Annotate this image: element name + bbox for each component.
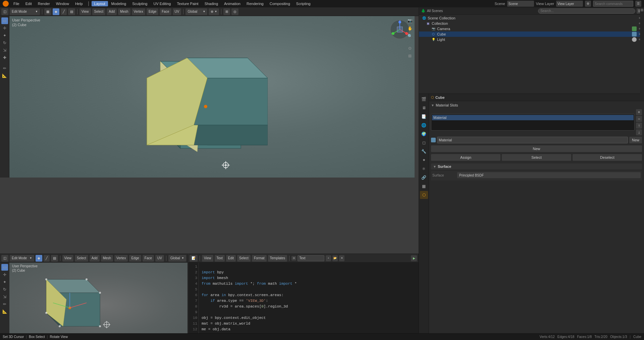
- status-box-select[interactable]: Box Select: [29, 335, 45, 339]
- zoom-tool[interactable]: 🔍: [407, 33, 413, 40]
- text-editor-content[interactable]: 1 2 3 4 5 6 7 8 9 10 11 12 13 14 15 16 i…: [188, 263, 418, 333]
- bottom-edge-btn[interactable]: Edge: [129, 255, 141, 262]
- snap-btn[interactable]: ⊞: [223, 8, 230, 15]
- text-new-btn[interactable]: +: [326, 255, 331, 261]
- text-editor-type-btn[interactable]: 📝: [190, 255, 198, 262]
- material-slot-list[interactable]: Material: [431, 114, 635, 131]
- text-edit-btn[interactable]: Edit: [226, 255, 236, 262]
- text-text-btn[interactable]: Text: [215, 255, 225, 262]
- mesh-btn[interactable]: ▦: [44, 8, 51, 15]
- select-tool[interactable]: ▭: [1, 17, 8, 24]
- prop-tab-scene[interactable]: 🌐: [420, 121, 428, 129]
- view-layer-dropdown[interactable]: View Layer: [556, 1, 583, 7]
- text-open-btn[interactable]: 📂: [332, 255, 338, 261]
- tab-uv-editing[interactable]: UV Editing: [151, 1, 173, 6]
- move-slot-down-btn[interactable]: ↓: [636, 129, 642, 135]
- bottom-edge-mode[interactable]: ╱: [44, 255, 50, 262]
- outliner-cube[interactable]: ⬡ Cube 👁: [419, 31, 644, 37]
- tab-rendering[interactable]: Rendering: [244, 1, 266, 6]
- new-material-btn[interactable]: New: [431, 145, 642, 152]
- prop-tab-data[interactable]: ▦: [420, 182, 428, 190]
- bottom-transform-dropdown[interactable]: Global ▼: [168, 255, 186, 262]
- prop-tab-view-layer[interactable]: 📑: [420, 113, 428, 121]
- outliner-search-input[interactable]: [538, 8, 635, 14]
- tab-modeling[interactable]: Modeling: [109, 1, 129, 6]
- annotate-tool[interactable]: ✏: [1, 65, 8, 72]
- vertex-menu-btn[interactable]: Vertex: [132, 8, 145, 15]
- gizmo-btn[interactable]: ⊞: [407, 53, 413, 59]
- vertex-mode-btn[interactable]: ◆: [53, 8, 59, 15]
- pivot-dropdown[interactable]: ⊕ ▼: [209, 8, 219, 15]
- text-format-btn[interactable]: Format: [252, 255, 267, 262]
- bottom-mesh-btn[interactable]: Mesh: [101, 255, 113, 262]
- menu-file[interactable]: File: [11, 1, 22, 6]
- viewport-3d[interactable]: User Perspective (2) Cube: [9, 16, 415, 178]
- bottom-viewport[interactable]: ◫ Edit Mode ▼ ◆ ╱ ▤ View Select Add Mesh…: [0, 254, 188, 340]
- uv-menu-btn[interactable]: UV: [173, 8, 181, 15]
- mat-name-input[interactable]: [437, 137, 628, 143]
- add-slot-btn[interactable]: +: [636, 109, 642, 115]
- bottom-vert-mode[interactable]: ◆: [36, 255, 42, 262]
- prop-tab-physics[interactable]: ⚛: [420, 165, 428, 173]
- view-menu-btn[interactable]: View: [79, 8, 91, 15]
- menu-edit[interactable]: Edit: [23, 1, 35, 6]
- mesh-menu-btn[interactable]: Mesh: [118, 8, 130, 15]
- text-select-btn[interactable]: Select: [237, 255, 251, 262]
- run-script-btn[interactable]: ▶: [411, 255, 417, 261]
- remove-slot-btn[interactable]: −: [636, 116, 642, 122]
- bottom-select-btn[interactable]: Select: [75, 255, 88, 262]
- face-mode-btn[interactable]: ▤: [68, 8, 75, 15]
- proportional-edit-btn[interactable]: ◎: [231, 8, 238, 15]
- bottom-uv-btn[interactable]: UV: [155, 255, 164, 262]
- add-menu-btn[interactable]: Add: [107, 8, 117, 15]
- bottom-annotate-tool[interactable]: ✏: [1, 301, 8, 308]
- bottom-move-tool[interactable]: ✦: [1, 279, 8, 285]
- tab-scripting[interactable]: Scripting: [293, 1, 313, 6]
- transform-tool[interactable]: ✚: [1, 54, 8, 61]
- select-menu-btn[interactable]: Select: [92, 8, 106, 15]
- bottom-editor-type-btn[interactable]: ◫: [1, 255, 8, 262]
- outliner-collapse-btn[interactable]: [641, 9, 643, 11]
- menu-help[interactable]: Help: [72, 1, 86, 6]
- render-engine-btn[interactable]: ⚙: [585, 1, 591, 7]
- hand-tool[interactable]: ✋: [407, 25, 413, 32]
- bottom-add-btn[interactable]: Add: [90, 255, 100, 262]
- surface-header[interactable]: ▼ Surface: [431, 163, 642, 169]
- mat-new-btn[interactable]: New: [629, 137, 642, 143]
- scene-dropdown[interactable]: Scene: [507, 1, 534, 7]
- tab-layout[interactable]: Layout: [92, 1, 108, 6]
- prop-tab-constraints[interactable]: 🔗: [420, 174, 428, 182]
- material-slot-item[interactable]: Material: [432, 115, 634, 120]
- face-menu-btn[interactable]: Face: [160, 8, 171, 15]
- bottom-select-box-tool[interactable]: ▭: [1, 264, 8, 271]
- outliner-light[interactable]: 💡 Light 👁: [419, 37, 644, 42]
- tab-texture-paint[interactable]: Texture Paint: [174, 1, 201, 6]
- bottom-rotate-tool[interactable]: ↻: [1, 286, 8, 293]
- camera-view-btn[interactable]: 📷: [407, 17, 413, 24]
- mode-dropdown[interactable]: Edit Mode ▼: [10, 8, 40, 15]
- tab-compositing[interactable]: Compositing: [267, 1, 293, 6]
- outliner-scene-collection[interactable]: 🌐 Scene Collection 👁: [419, 15, 644, 21]
- editor-type-btn[interactable]: ◫: [1, 8, 8, 15]
- code-content[interactable]: import bpy import bmesh from mathutils i…: [199, 263, 418, 333]
- assign-btn[interactable]: Assign: [431, 154, 500, 161]
- tab-animation[interactable]: Animation: [221, 1, 243, 6]
- prop-tab-world[interactable]: 🌍: [420, 130, 428, 138]
- prop-tab-material[interactable]: ⬡: [420, 191, 428, 199]
- overlay-btn[interactable]: ⊙: [407, 45, 413, 52]
- outliner-camera[interactable]: 📷 Camera 👁: [419, 26, 644, 31]
- bottom-scale-tool[interactable]: ⇲: [1, 293, 8, 300]
- status-set-cursor[interactable]: Set 3D Cursor: [3, 335, 24, 339]
- tab-shading[interactable]: Shading: [202, 1, 221, 6]
- prop-tab-object[interactable]: ◻: [420, 139, 428, 147]
- select-btn[interactable]: Select: [502, 154, 571, 161]
- deselect-btn[interactable]: Deselect: [573, 154, 642, 161]
- bottom-viewport-content[interactable]: User Perspective (2) Cube: [9, 263, 188, 333]
- global-search[interactable]: [593, 1, 633, 7]
- menu-window[interactable]: Window: [53, 1, 72, 6]
- rotate-tool[interactable]: ↻: [1, 40, 8, 46]
- transform-space-dropdown[interactable]: Global ▼: [185, 8, 207, 15]
- bottom-measure-tool[interactable]: 📐: [1, 308, 8, 315]
- bottom-mode-dropdown[interactable]: Edit Mode ▼: [10, 255, 34, 262]
- menu-render[interactable]: Render: [35, 1, 53, 6]
